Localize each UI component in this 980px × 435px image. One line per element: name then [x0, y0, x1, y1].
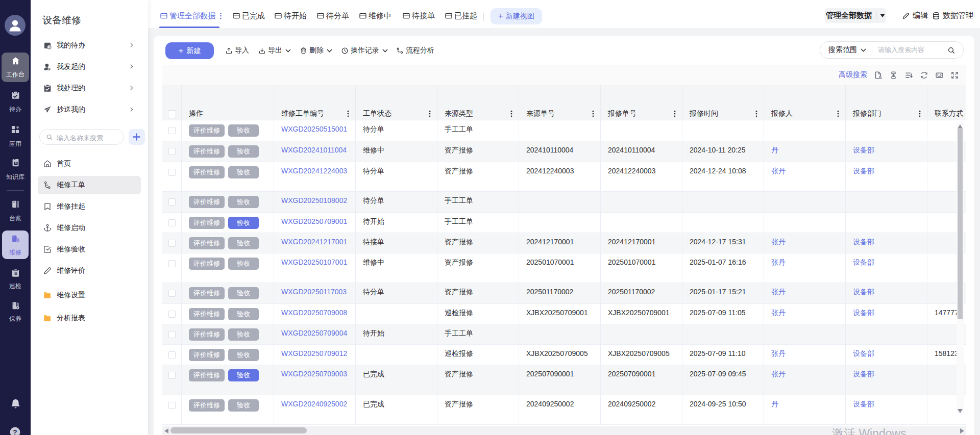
svg-text:?: ? — [13, 428, 17, 435]
svg-text:AI: AI — [14, 162, 17, 165]
